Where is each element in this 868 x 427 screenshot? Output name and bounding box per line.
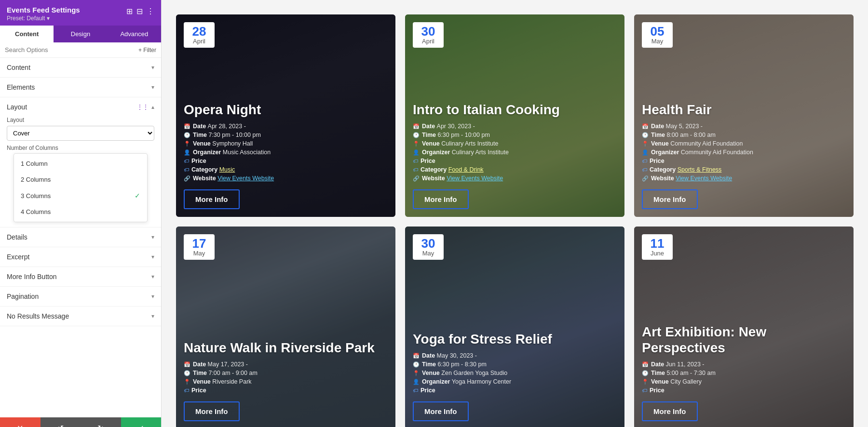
section-excerpt[interactable]: Excerpt ▾ xyxy=(0,247,161,267)
option-2-columns[interactable]: 2 Columns xyxy=(14,172,147,187)
tab-advanced[interactable]: Advanced xyxy=(108,26,161,42)
chevron-down-icon: ▾ xyxy=(151,254,154,260)
clock-icon: 🕐 xyxy=(184,370,190,376)
event-category-link[interactable]: Sports & Fitness xyxy=(678,166,722,173)
more-info-button[interactable]: More Info xyxy=(642,189,698,209)
event-card-italian-cooking: 30 April Intro to Italian Cooking 📅 Date… xyxy=(405,14,624,217)
event-time-detail: 🕐 Time 7:00 am - 9:00 am xyxy=(184,370,388,376)
event-title: Yoga for Stress Relief xyxy=(413,331,617,347)
layout-drag-icon[interactable]: ⋮⋮ xyxy=(137,104,149,110)
event-card-content: Art Exhibition: New Perspectives 📅 Date … xyxy=(634,316,854,427)
event-category-link[interactable]: Music xyxy=(219,166,235,173)
event-category-detail: 🏷 Category Sports & Fitness xyxy=(642,166,846,173)
event-website-link[interactable]: View Events Website xyxy=(217,175,274,182)
chevron-down-icon: ▾ xyxy=(151,64,154,71)
event-card-content: Nature Walk in Riverside Park 📅 Date May… xyxy=(176,332,395,427)
category-icon: 🏷 xyxy=(413,167,418,173)
search-input[interactable] xyxy=(5,46,136,53)
more-info-button[interactable]: More Info xyxy=(184,189,240,209)
person-icon: 👤 xyxy=(642,149,649,156)
price-icon: 🏷 xyxy=(413,158,418,164)
chevron-down-icon: ▾ xyxy=(151,313,154,320)
clock-icon: 🕐 xyxy=(184,132,190,138)
section-elements[interactable]: Elements ▾ xyxy=(0,78,161,97)
event-website-link[interactable]: View Events Website xyxy=(676,175,732,182)
event-category-link[interactable]: Food & Drink xyxy=(448,166,484,173)
event-date-badge: 30 May xyxy=(413,234,444,260)
section-details[interactable]: Details ▾ xyxy=(0,227,161,247)
option-3-columns[interactable]: 3 Columns ✓ xyxy=(14,187,147,204)
search-row: + Filter xyxy=(0,42,161,58)
event-card-opera-night: 28 April Opera Night 📅 Date Apr 28, 2023… xyxy=(176,14,395,217)
event-price-detail: 🏷 Price xyxy=(413,158,617,164)
category-icon: 🏷 xyxy=(642,167,647,173)
event-month: June xyxy=(648,250,667,257)
event-date-detail: 📅 Date May 5, 2023 - xyxy=(642,123,846,130)
event-category-detail: 🏷 Category Food & Drink xyxy=(413,166,617,173)
event-venue-detail: 📍 Venue Community Aid Foundation xyxy=(642,140,846,147)
event-website-link[interactable]: View Events Website xyxy=(447,175,503,182)
event-month: May xyxy=(648,38,667,45)
event-date-badge: 30 April xyxy=(413,22,444,48)
filter-button[interactable]: + Filter xyxy=(138,47,156,53)
event-title: Art Exhibition: New Perspectives xyxy=(642,324,846,356)
tab-content[interactable]: Content xyxy=(0,26,54,42)
price-icon: 🏷 xyxy=(642,387,647,393)
event-price-detail: 🏷 Price xyxy=(642,158,846,164)
event-title: Intro to Italian Cooking xyxy=(413,102,617,118)
sidebar: Events Feed Settings Preset: Default ▾ ⊞… xyxy=(0,0,162,427)
event-venue-detail: 📍 Venue Riverside Park xyxy=(184,378,388,385)
layout-select[interactable]: Cover Standard List xyxy=(7,126,154,141)
event-price-detail: 🏷 Price xyxy=(413,387,617,394)
location-icon: 📍 xyxy=(642,141,649,147)
calendar-icon: 📅 xyxy=(413,353,420,359)
location-icon: 📍 xyxy=(184,141,190,147)
num-columns-label: Number of Columns xyxy=(7,141,154,153)
sidebar-preset[interactable]: Preset: Default ▾ xyxy=(7,15,80,22)
undo-button[interactable]: ↺ xyxy=(41,417,81,427)
event-time-detail: 🕐 Time 5:00 am - 7:30 am xyxy=(642,370,846,376)
person-icon: 👤 xyxy=(413,379,420,385)
more-info-button[interactable]: More Info xyxy=(184,401,240,421)
category-icon: 🏷 xyxy=(184,167,189,173)
redo-button[interactable]: ↻ xyxy=(81,417,121,427)
chevron-down-icon: ▾ xyxy=(151,84,154,91)
more-info-button[interactable]: More Info xyxy=(413,401,469,421)
event-date-detail: 📅 Date May 17, 2023 - xyxy=(184,361,388,368)
event-date-badge: 28 April xyxy=(184,22,215,48)
event-month: May xyxy=(190,250,209,257)
more-info-button[interactable]: More Info xyxy=(642,401,698,421)
layout-options: Layout Cover Standard List Number of Col… xyxy=(0,117,161,227)
more-options-icon[interactable]: ⋮ xyxy=(147,7,154,16)
clock-icon: 🕐 xyxy=(413,132,420,138)
calendar-icon: 📅 xyxy=(413,123,420,130)
section-pagination[interactable]: Pagination ▾ xyxy=(0,287,161,307)
location-icon: 📍 xyxy=(642,379,649,385)
tab-design[interactable]: Design xyxy=(54,26,107,42)
event-date-detail: 📅 Date Apr 30, 2023 - xyxy=(413,123,617,130)
event-date-badge: 11 June xyxy=(642,234,673,260)
event-date-detail: 📅 Date Apr 28, 2023 - xyxy=(184,123,388,130)
event-organizer-detail: 👤 Organizer Yoga Harmony Center xyxy=(413,378,617,385)
event-time-detail: 🕐 Time 7:30 pm - 10:00 pm xyxy=(184,132,388,138)
event-category-detail: 🏷 Category Music xyxy=(184,166,388,173)
event-time-detail: 🕐 Time 8:00 am - 8:00 am xyxy=(642,132,846,138)
event-month: May xyxy=(419,250,438,257)
cancel-button[interactable]: ✕ xyxy=(0,417,41,427)
save-button[interactable]: ✓ xyxy=(121,417,162,427)
calendar-icon: 📅 xyxy=(184,123,190,130)
section-more-info-button[interactable]: More Info Button ▾ xyxy=(0,267,161,287)
section-no-results[interactable]: No Results Message ▾ xyxy=(0,307,161,326)
section-content[interactable]: Content ▾ xyxy=(0,58,161,78)
event-card-art-exhibition: 11 June Art Exhibition: New Perspectives… xyxy=(634,227,854,427)
sidebar-title: Events Feed Settings xyxy=(7,6,80,14)
panel-icon[interactable]: ⊟ xyxy=(136,7,143,16)
option-1-column[interactable]: 1 Column xyxy=(14,156,147,172)
main-content: 28 April Opera Night 📅 Date Apr 28, 2023… xyxy=(162,0,868,427)
more-info-button[interactable]: More Info xyxy=(413,189,469,209)
fullscreen-icon[interactable]: ⊞ xyxy=(126,7,133,16)
section-layout[interactable]: Layout ⋮⋮ ▴ xyxy=(0,97,161,117)
option-4-columns[interactable]: 4 Columns xyxy=(14,204,147,220)
event-title: Nature Walk in Riverside Park xyxy=(184,340,388,356)
event-venue-detail: 📍 Venue Zen Garden Yoga Studio xyxy=(413,370,617,376)
